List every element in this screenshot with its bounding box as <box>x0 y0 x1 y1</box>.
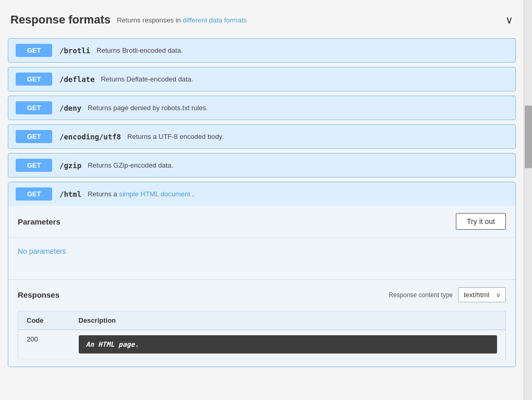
content-type-wrapper: Response content type text/html <box>389 287 506 302</box>
endpoint-path: /deflate <box>59 75 94 84</box>
endpoint-path: /encoding/utf8 <box>59 133 121 141</box>
table-row: 200 An HTML page. <box>18 330 506 359</box>
content-area: Response formats Returns responses in di… <box>0 0 524 379</box>
endpoint-row-gzip[interactable]: GET /gzip Returns GZip-encoded data. <box>8 153 516 178</box>
endpoint-expanded-html: GET /html Returns a simple HTML document… <box>8 182 516 367</box>
section-header: Response formats Returns responses in di… <box>8 8 516 32</box>
scroll-thumb[interactable] <box>525 105 532 168</box>
endpoint-row-encoding-utf8[interactable]: GET /encoding/utf8 Returns a UTF-8 encod… <box>8 124 516 149</box>
endpoint-row-deflate[interactable]: GET /deflate Returns Deflate-encoded dat… <box>8 67 516 91</box>
try-it-out-button[interactable]: Try it out <box>456 213 506 230</box>
code-column-header: Code <box>18 311 70 330</box>
endpoint-row-deny[interactable]: GET /deny Returns page denied by robots.… <box>8 96 516 120</box>
subtitle-link[interactable]: different data formats <box>183 16 247 24</box>
endpoint-description: Returns Brotli-encoded data. <box>96 46 183 54</box>
endpoint-description: Returns GZip-encoded data. <box>88 161 173 169</box>
section-title: Response formats <box>10 13 111 27</box>
endpoint-description: Returns Deflate-encoded data. <box>101 75 193 83</box>
endpoint-path: /brotli <box>59 46 90 55</box>
get-badge: GET <box>16 159 52 172</box>
get-badge: GET <box>16 130 52 143</box>
content-type-label: Response content type <box>389 291 453 299</box>
responses-header: Responses Response content type text/htm… <box>18 287 506 302</box>
get-badge: GET <box>16 73 52 86</box>
section-subtitle: Returns responses in different data form… <box>117 16 247 24</box>
expanded-endpoint-description: Returns a simple HTML document . <box>88 190 194 198</box>
get-badge: GET <box>16 101 52 114</box>
endpoint-description: Returns page denied by robots.txt rules. <box>88 104 208 112</box>
response-code: 200 <box>18 330 70 359</box>
endpoint-description: Returns a UTF-8 encoded body. <box>127 133 224 140</box>
content-type-select-wrapper[interactable]: text/html <box>458 287 506 302</box>
endpoint-path: /gzip <box>59 161 81 170</box>
responses-title: Responses <box>18 290 59 299</box>
collapse-icon[interactable]: ∨ <box>505 14 513 26</box>
responses-table: Code Description 200 An HTML page. <box>18 311 506 359</box>
expanded-header[interactable]: GET /html Returns a simple HTML document… <box>8 182 515 206</box>
scrollbar[interactable] <box>524 0 532 400</box>
endpoint-row-brotli[interactable]: GET /brotli Returns Brotli-encoded data. <box>8 38 516 63</box>
parameters-header: Parameters Try it out <box>8 206 515 238</box>
content-type-select[interactable]: text/html <box>458 287 506 302</box>
response-description: An HTML page. <box>70 330 506 359</box>
get-badge-html: GET <box>16 187 52 201</box>
parameters-section: Parameters Try it out No parameters <box>8 206 515 279</box>
description-link[interactable]: simple HTML document <box>119 190 190 198</box>
get-badge: GET <box>16 44 52 57</box>
no-parameters-text: No parameters <box>8 238 515 279</box>
parameters-title: Parameters <box>18 217 61 226</box>
main-container: Response formats Returns responses in di… <box>0 0 532 379</box>
responses-section: Responses Response content type text/htm… <box>8 279 515 367</box>
table-header-row: Code Description <box>18 311 506 330</box>
expanded-endpoint-path: /html <box>59 190 81 198</box>
header-left: Response formats Returns responses in di… <box>10 13 247 27</box>
response-description-block: An HTML page. <box>79 335 498 354</box>
endpoint-path: /deny <box>59 104 81 112</box>
description-column-header: Description <box>70 311 506 330</box>
